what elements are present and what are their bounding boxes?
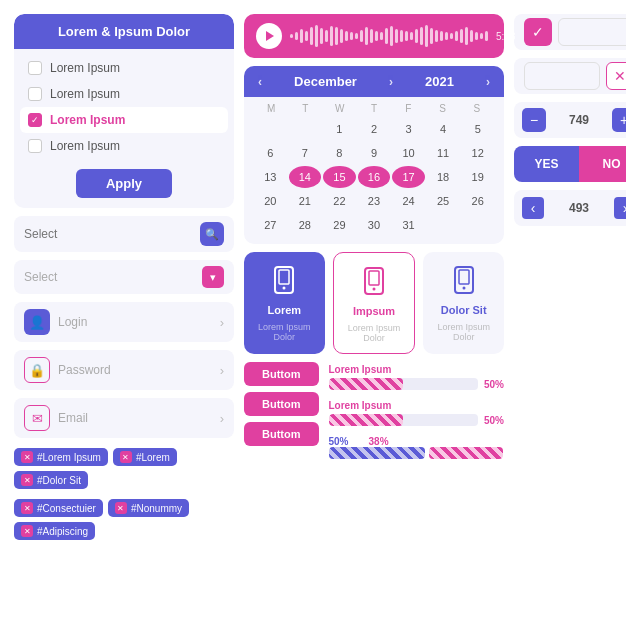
- yes-button[interactable]: YES: [514, 146, 579, 182]
- wave-bar: [325, 30, 328, 42]
- tag-close-2[interactable]: ✕: [120, 451, 132, 463]
- calendar-day[interactable]: 10: [392, 142, 425, 164]
- stepper-right-button[interactable]: ›: [614, 197, 626, 219]
- search-button[interactable]: 🔍: [200, 222, 224, 246]
- tag-6[interactable]: ✕ #Adipiscing: [14, 522, 95, 540]
- cal-next-year[interactable]: ›: [486, 75, 490, 89]
- button-2[interactable]: Buttom: [244, 392, 319, 416]
- password-row[interactable]: 🔒 Password ›: [14, 350, 234, 390]
- calendar-day[interactable]: 14: [289, 166, 322, 188]
- calendar-day[interactable]: 24: [392, 190, 425, 212]
- calendar-day[interactable]: 7: [289, 142, 322, 164]
- close-button[interactable]: ✕: [606, 62, 626, 90]
- day-F: F: [391, 103, 425, 114]
- email-arrow-icon: ›: [220, 411, 224, 426]
- person-icon: 👤: [24, 309, 50, 335]
- calendar-day[interactable]: 13: [254, 166, 287, 188]
- checkbox-item-3[interactable]: Lorem Ipsum: [20, 107, 228, 133]
- check-button[interactable]: ✓: [524, 18, 552, 46]
- checkbox-3[interactable]: [28, 113, 42, 127]
- calendar-day[interactable]: 15: [323, 166, 356, 188]
- counter-minus-button[interactable]: −: [522, 108, 546, 132]
- calendar-day[interactable]: 12: [461, 142, 494, 164]
- dropdown-arrow-icon[interactable]: ▾: [202, 266, 224, 288]
- card-lorem[interactable]: Lorem Lorem Ipsum Dolor: [244, 252, 325, 354]
- apply-button[interactable]: Apply: [76, 169, 172, 198]
- dropdown-row[interactable]: Select ▾: [14, 260, 234, 294]
- calendar-day[interactable]: 8: [323, 142, 356, 164]
- card-dolor[interactable]: Dolor Sit Lorem Ipsum Dolor: [423, 252, 504, 354]
- progress-title-1: Lorem Ipsum: [329, 364, 505, 375]
- wave-bar: [440, 31, 443, 41]
- search-input[interactable]: [24, 227, 194, 241]
- calendar-day[interactable]: 26: [461, 190, 494, 212]
- counter-plus-button[interactable]: +: [612, 108, 626, 132]
- wave-bar: [405, 31, 408, 41]
- calendar-day[interactable]: 28: [289, 214, 322, 236]
- cards-row: Lorem Lorem Ipsum Dolor Impsum Lorem Ips…: [244, 252, 504, 354]
- wave-bar: [455, 31, 458, 41]
- tag-label-3: #Dolor Sit: [37, 475, 81, 486]
- checkbox-1[interactable]: [28, 61, 42, 75]
- calendar-day[interactable]: 30: [358, 214, 391, 236]
- wave-bar: [445, 32, 448, 40]
- calendar-day[interactable]: 11: [427, 142, 460, 164]
- progress-label-2: 50%: [484, 415, 504, 426]
- tag-close-6[interactable]: ✕: [21, 525, 33, 537]
- checkbox-item-1[interactable]: Lorem Ipsum: [28, 55, 220, 81]
- tag-3[interactable]: ✕ #Dolor Sit: [14, 471, 88, 489]
- tag-2[interactable]: ✕ #Lorem: [113, 448, 177, 466]
- card-label-3: Dolor Sit: [441, 304, 487, 316]
- wave-bar: [465, 27, 468, 45]
- calendar-day[interactable]: 9: [358, 142, 391, 164]
- calendar-day[interactable]: 27: [254, 214, 287, 236]
- tag-close-1[interactable]: ✕: [21, 451, 33, 463]
- calendar-day[interactable]: 1: [323, 118, 356, 140]
- checkbox-4[interactable]: [28, 139, 42, 153]
- play-button[interactable]: [256, 23, 282, 49]
- stepper-left-button[interactable]: ‹: [522, 197, 544, 219]
- dual-label-left: 50%: [329, 436, 349, 447]
- stepper-value: 493: [548, 201, 610, 215]
- cal-prev-month[interactable]: ‹: [258, 75, 262, 89]
- calendar-day[interactable]: 18: [427, 166, 460, 188]
- wave-bar: [475, 32, 478, 40]
- wave-bar: [380, 32, 383, 40]
- tag-1[interactable]: ✕ #Lorem Ipsum: [14, 448, 108, 466]
- email-row[interactable]: ✉ Email ›: [14, 398, 234, 438]
- login-row[interactable]: 👤 Login ›: [14, 302, 234, 342]
- calendar-day[interactable]: 4: [427, 118, 460, 140]
- calendar-day[interactable]: 21: [289, 190, 322, 212]
- calendar-day[interactable]: 25: [427, 190, 460, 212]
- calendar-day[interactable]: 16: [358, 166, 391, 188]
- tag-5[interactable]: ✕ #Nonummy: [108, 499, 189, 517]
- checkbox-item-2[interactable]: Lorem Ipsum: [28, 81, 220, 107]
- button-1[interactable]: Buttom: [244, 362, 319, 386]
- checkbox-item-4[interactable]: Lorem Ipsum: [28, 133, 220, 159]
- calendar-day[interactable]: 5: [461, 118, 494, 140]
- day-M: M: [254, 103, 288, 114]
- no-button[interactable]: NO: [579, 146, 626, 182]
- lock-icon: 🔒: [24, 357, 50, 383]
- tag-close-3[interactable]: ✕: [21, 474, 33, 486]
- checkbox-2[interactable]: [28, 87, 42, 101]
- calendar-day[interactable]: 20: [254, 190, 287, 212]
- tag-4[interactable]: ✕ #Consectuier: [14, 499, 103, 517]
- close-empty-box: [524, 62, 600, 90]
- phone-icon-1: [266, 262, 302, 298]
- button-3[interactable]: Buttom: [244, 422, 319, 446]
- calendar-day[interactable]: 3: [392, 118, 425, 140]
- calendar-day[interactable]: 23: [358, 190, 391, 212]
- calendar-day[interactable]: 19: [461, 166, 494, 188]
- cal-next-month[interactable]: ›: [389, 75, 393, 89]
- calendar-day[interactable]: 31: [392, 214, 425, 236]
- tag-close-4[interactable]: ✕: [21, 502, 33, 514]
- card-impsum[interactable]: Impsum Lorem Ipsum Dolor: [333, 252, 416, 354]
- calendar-day[interactable]: 6: [254, 142, 287, 164]
- calendar-day[interactable]: 29: [323, 214, 356, 236]
- calendar-day[interactable]: 2: [358, 118, 391, 140]
- calendar-day[interactable]: 17: [392, 166, 425, 188]
- email-label: Email: [58, 411, 212, 425]
- tag-close-5[interactable]: ✕: [115, 502, 127, 514]
- calendar-day[interactable]: 22: [323, 190, 356, 212]
